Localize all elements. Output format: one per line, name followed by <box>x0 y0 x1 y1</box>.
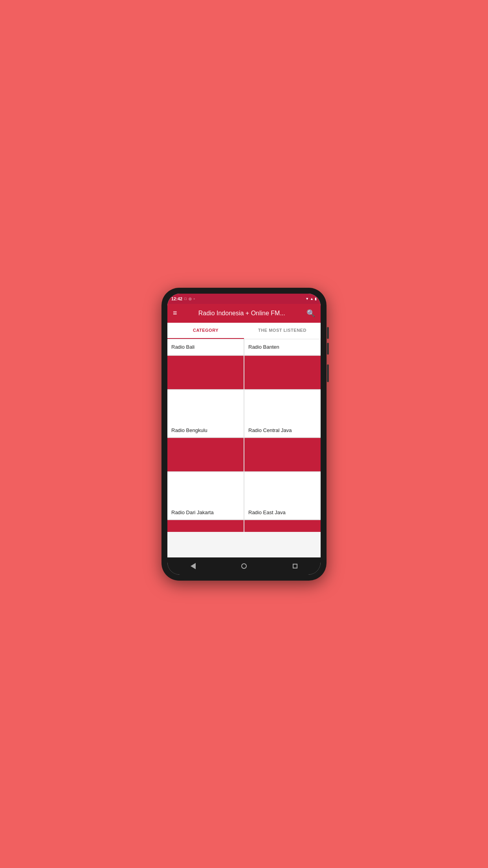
hamburger-menu-icon[interactable]: ≡ <box>173 309 177 317</box>
status-icon-3: ▫ <box>194 297 195 301</box>
grid-item-radio-central-java-top[interactable]: Radio Central Java <box>244 390 321 437</box>
search-icon[interactable]: 🔍 <box>306 309 315 318</box>
grid-label-radio-central-java: Radio Central Java <box>244 421 321 437</box>
grid-label-radio-banten: Radio Banten <box>244 339 321 355</box>
status-bar-left: 12:42 □ ◎ ▫ <box>171 296 195 301</box>
nav-back-button[interactable] <box>185 558 201 574</box>
radio-central-java-image <box>244 438 321 471</box>
grid-image-dari-jakarta-partial[interactable] <box>167 520 244 532</box>
radio-east-java-image-partial <box>244 520 321 532</box>
status-icon-2: ◎ <box>189 297 192 301</box>
radio-dari-jakarta-space <box>167 472 244 504</box>
grid-image-central-java[interactable] <box>244 438 321 471</box>
status-bar-right: ▼ ▲ ▮ <box>305 297 317 301</box>
grid-label-radio-bengkulu: Radio Bengkulu <box>167 421 244 437</box>
status-bar: 12:42 □ ◎ ▫ ▼ ▲ ▮ <box>167 294 321 304</box>
radio-bali-image <box>167 356 244 389</box>
app-bar: ≡ Radio Indonesia + Online FM... 🔍 <box>167 304 321 323</box>
radio-bengkulu-space <box>167 390 244 421</box>
signal-icon: ▲ <box>310 297 314 301</box>
radio-dari-jakarta-image-partial <box>167 520 244 532</box>
grid-item-radio-banten[interactable]: Radio Banten <box>244 339 321 355</box>
tab-most-listened[interactable]: THE MOST LISTENED <box>244 323 321 339</box>
radio-banten-image <box>244 356 321 389</box>
nav-recent-button[interactable] <box>287 558 303 574</box>
volume-up-button[interactable] <box>327 327 329 339</box>
nav-home-icon <box>241 563 247 569</box>
tab-bar: CATEGORY THE MOST LISTENED <box>167 323 321 339</box>
phone-screen: 12:42 □ ◎ ▫ ▼ ▲ ▮ ≡ Radio Indonesia + On… <box>167 294 321 575</box>
radio-east-java-space <box>244 472 321 504</box>
grid-content: Radio Bali Radio Banten <box>167 339 321 557</box>
grid-item-radio-dari-jakarta-top[interactable]: Radio Dari Jakarta <box>167 472 244 519</box>
nav-home-button[interactable] <box>236 558 252 574</box>
tab-category[interactable]: CATEGORY <box>167 323 244 339</box>
grid-image-banten[interactable] <box>244 356 321 389</box>
grid-image-bali[interactable] <box>167 356 244 389</box>
grid-item-radio-east-java-top[interactable]: Radio East Java <box>244 472 321 519</box>
nav-recent-icon <box>293 564 297 568</box>
radio-bengkulu-image <box>167 438 244 471</box>
battery-icon: ▮ <box>315 297 317 301</box>
grid-image-bengkulu[interactable] <box>167 438 244 471</box>
wifi-icon: ▼ <box>305 297 309 301</box>
grid-label-radio-dari-jakarta: Radio Dari Jakarta <box>167 504 244 519</box>
grid-image-east-java-partial[interactable] <box>244 520 321 532</box>
nav-back-icon <box>191 563 196 569</box>
grid-item-radio-bengkulu-top[interactable]: Radio Bengkulu <box>167 390 244 437</box>
nav-bar <box>167 557 321 575</box>
volume-down-button[interactable] <box>327 343 329 355</box>
power-button[interactable] <box>327 364 329 382</box>
grid-item-radio-bali[interactable]: Radio Bali <box>167 339 244 355</box>
status-time: 12:42 <box>171 296 182 301</box>
status-icon-1: □ <box>184 297 186 301</box>
radio-central-java-space <box>244 390 321 421</box>
phone-frame: 12:42 □ ◎ ▫ ▼ ▲ ▮ ≡ Radio Indonesia + On… <box>161 288 327 581</box>
grid-label-radio-east-java: Radio East Java <box>244 504 321 519</box>
category-grid: Radio Bali Radio Banten <box>167 339 321 532</box>
grid-label-radio-bali: Radio Bali <box>167 339 244 355</box>
app-bar-title: Radio Indonesia + Online FM... <box>181 310 303 317</box>
